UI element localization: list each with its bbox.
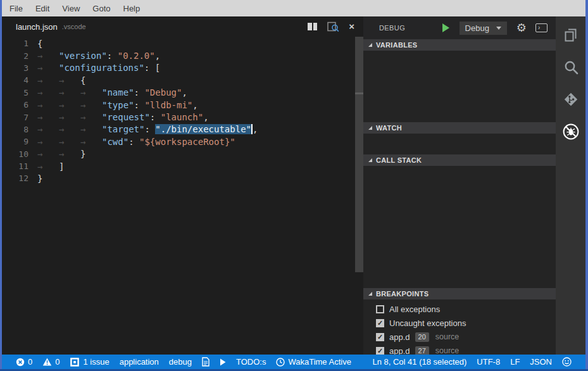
status-item-0[interactable]: 0 (37, 357, 65, 367)
json-punctuation: { (37, 39, 42, 49)
line-number[interactable]: 11 (2, 161, 31, 171)
line-number[interactable]: 7 (2, 113, 31, 122)
open-preview-icon[interactable] (327, 22, 339, 32)
debug-panel: DEBUG Debug ⚙ › VARIABLESWATCHCALL STACK… (363, 16, 556, 355)
tab-whitespace-icon: → (59, 75, 80, 85)
debug-config-dropdown[interactable]: Debug (460, 22, 507, 35)
json-punctuation: , (253, 124, 258, 134)
section-header-call-stack[interactable]: CALL STACK (363, 154, 556, 166)
menu-item-goto[interactable]: Goto (86, 4, 116, 13)
breakpoint-checkbox[interactable]: ✓ (376, 333, 384, 341)
breakpoint-row[interactable]: All exceptions (363, 302, 556, 316)
tab-whitespace-icon: → (59, 100, 80, 110)
json-punctuation: } (80, 149, 85, 159)
console-icon[interactable]: › (535, 23, 547, 32)
json-key: "type" (102, 100, 134, 110)
section-label: WATCH (376, 124, 402, 132)
status-left-group: 001 issueapplicationdebugTODO:sWakaTime … (11, 357, 356, 367)
line-number[interactable]: 8 (2, 125, 31, 134)
json-string: "launch" (161, 112, 203, 122)
code-editor[interactable]: 1{2→"version": "0.2.0",3→"configurations… (2, 37, 363, 355)
section-label: BREAKPOINTS (376, 290, 428, 298)
json-key: "cwd" (102, 137, 128, 147)
json-key: "target" (102, 124, 144, 134)
editor-scrollbar[interactable] (355, 37, 363, 272)
status-item-doc-icon[interactable] (197, 357, 215, 367)
git-icon[interactable] (562, 91, 580, 108)
breakpoint-label: All exceptions (389, 305, 440, 314)
line-number[interactable]: 2 (2, 51, 31, 61)
status-item-todo-s[interactable]: TODO:s (231, 357, 271, 367)
line-number[interactable]: 4 (2, 75, 31, 85)
json-punctuation: ] (59, 161, 64, 172)
section-body-watch (363, 134, 556, 154)
status-item-application[interactable]: application (115, 357, 164, 367)
line-number[interactable]: 9 (2, 137, 31, 146)
line-number[interactable]: 12 (2, 173, 31, 183)
json-string: "lldb-mi" (144, 100, 192, 110)
menu-item-edit[interactable]: Edit (29, 4, 56, 13)
doc-icon (202, 357, 210, 367)
line-number[interactable]: 5 (2, 88, 31, 97)
breakpoint-row[interactable]: ✓Uncaught exceptions (363, 316, 556, 330)
status-item-debug[interactable]: debug (164, 357, 197, 367)
search-icon[interactable] (562, 58, 580, 76)
section-header-variables[interactable]: VARIABLES (363, 39, 556, 51)
code-line: 2→"version": "0.2.0", (2, 49, 363, 61)
status-item-play-icon[interactable] (215, 358, 231, 366)
status-item-smiley-icon[interactable] (557, 357, 577, 367)
files-icon[interactable] (562, 26, 580, 44)
json-punctuation: : (150, 112, 161, 122)
line-number[interactable]: 6 (2, 100, 31, 110)
status-item-ln-8-col-41-18-selected[interactable]: Ln 8, Col 41 (18 selected) (367, 357, 472, 367)
breakpoint-row[interactable]: ✓app.d27source (363, 344, 556, 355)
window-border-right (585, 0, 588, 369)
status-item-label: application (120, 357, 159, 367)
start-debug-button[interactable] (442, 23, 449, 32)
tab-whitespace-icon: → (59, 124, 80, 134)
breakpoint-label: Uncaught exceptions (389, 318, 466, 328)
line-number[interactable]: 1 (2, 39, 31, 48)
section-expand-icon (368, 158, 372, 162)
status-item-utf-8[interactable]: UTF-8 (472, 357, 505, 367)
line-number[interactable]: 3 (2, 63, 31, 73)
status-item-json[interactable]: JSON (525, 357, 557, 367)
code-line: 6→→→"type": "lldb-mi", (2, 99, 363, 111)
breakpoint-checkbox[interactable]: ✓ (376, 319, 384, 327)
line-content: →"configurations": [ (37, 63, 160, 73)
section-header-breakpoints[interactable]: BREAKPOINTS (363, 288, 556, 299)
status-item-0[interactable]: 0 (11, 357, 37, 367)
menu-item-file[interactable]: File (3, 4, 29, 13)
breakpoint-checkbox[interactable] (376, 305, 384, 313)
editor-titlebar: launch.json .vscode × (2, 16, 363, 37)
editor-tab-title[interactable]: launch.json (16, 22, 58, 32)
close-icon[interactable]: × (349, 22, 354, 31)
json-key: "request" (102, 112, 150, 122)
breakpoint-origin: source (435, 346, 460, 355)
tab-whitespace-icon: → (37, 124, 59, 134)
breakpoint-row[interactable]: ✓app.d20source (363, 330, 556, 344)
json-punctuation: , (155, 51, 160, 61)
split-editor-icon[interactable] (307, 22, 318, 31)
line-number[interactable]: 10 (2, 149, 31, 159)
status-item-wakatime-active[interactable]: WakaTime Active (271, 357, 356, 367)
tab-whitespace-icon: → (37, 75, 59, 85)
status-item-label: UTF-8 (477, 357, 500, 367)
json-key: "configurations" (59, 63, 144, 73)
section-header-watch[interactable]: WATCH (363, 122, 556, 134)
json-punctuation: : (128, 137, 139, 147)
status-item-label: WakaTime Active (288, 357, 351, 367)
status-item-1-issue[interactable]: 1 issue (65, 357, 114, 367)
debug-icon[interactable] (562, 123, 580, 141)
menu-item-view[interactable]: View (56, 4, 86, 13)
status-item-label: LF (510, 357, 520, 367)
menu-item-help[interactable]: Help (117, 4, 147, 13)
gear-icon[interactable]: ⚙ (516, 22, 527, 34)
breakpoint-origin: source (435, 332, 460, 341)
status-item-lf[interactable]: LF (505, 357, 525, 367)
debug-config-label: Debug (465, 23, 489, 33)
breakpoint-checkbox[interactable]: ✓ (376, 347, 384, 355)
json-key: "version" (59, 51, 107, 61)
issues-icon (70, 357, 80, 367)
code-line: 5→→→"name": "Debug", (2, 87, 363, 99)
